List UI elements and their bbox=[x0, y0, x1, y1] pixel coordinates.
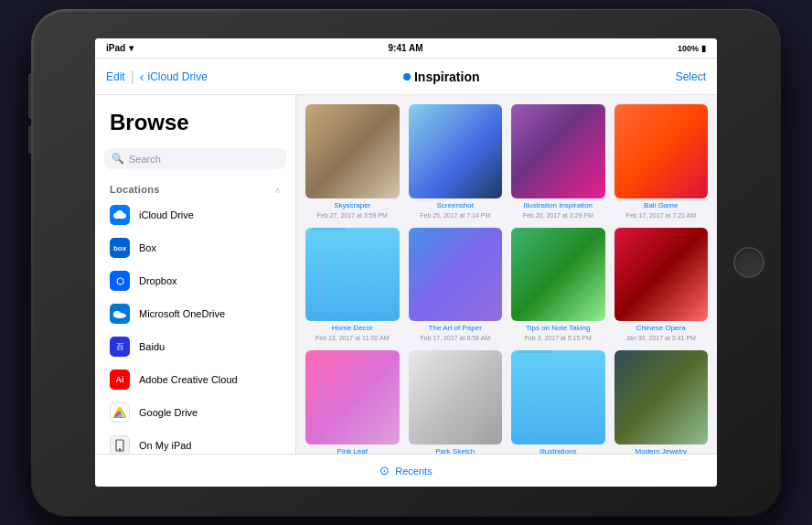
nav-title-area: Inspiration bbox=[403, 70, 480, 84]
sidebar-item-icloud[interactable]: iCloud Drive bbox=[95, 198, 295, 231]
file-thumbnail-skyscraper bbox=[305, 104, 400, 198]
file-thumbnail-modernjewelry bbox=[614, 350, 709, 445]
list-item[interactable]: Park Sketch Jan 21, 2017 at 3:35 PM bbox=[409, 350, 503, 454]
locations-section-header: Locations ∧ bbox=[95, 178, 295, 198]
list-item[interactable]: Skyscraper Feb 27, 2017 at 3:59 PM bbox=[305, 104, 400, 219]
home-button[interactable] bbox=[733, 247, 764, 278]
file-name-illustrations: Illustrations bbox=[540, 447, 576, 455]
file-name-artpaper: The Art of Paper bbox=[429, 324, 482, 332]
edit-button[interactable]: Edit bbox=[106, 70, 125, 83]
recents-icon: ⊙ bbox=[379, 464, 390, 477]
file-date-bali: Feb 17, 2017 at 7:21 AM bbox=[625, 212, 696, 219]
svg-point-1 bbox=[113, 311, 121, 316]
mute-button[interactable] bbox=[28, 73, 31, 91]
volume-up-button[interactable] bbox=[28, 91, 31, 119]
file-thumbnail-artpaper bbox=[409, 228, 503, 322]
back-icon[interactable]: ‹ bbox=[140, 70, 144, 84]
file-date-screenshot: Feb 25, 2017 at 7:14 PM bbox=[420, 212, 490, 219]
select-button[interactable]: Select bbox=[676, 70, 706, 83]
list-item[interactable]: Pink Leaf Jan 28, 2017 at 3:09 PM bbox=[305, 350, 400, 454]
back-label[interactable]: iCloud Drive bbox=[148, 70, 208, 83]
status-time: 9:41 AM bbox=[389, 43, 423, 53]
icloud-icon bbox=[110, 205, 130, 225]
search-bar[interactable]: 🔍 Search bbox=[104, 148, 286, 169]
inspiration-dot bbox=[403, 73, 411, 80]
onedrive-label: Microsoft OneDrive bbox=[139, 308, 225, 319]
file-grid-area: Skyscraper Feb 27, 2017 at 3:59 PM Scree… bbox=[296, 95, 717, 454]
onedrive-icon bbox=[110, 304, 130, 324]
recents-label[interactable]: Recents bbox=[395, 466, 432, 477]
ipad-icon bbox=[110, 435, 130, 454]
list-item[interactable]: Illustration Inspiration Feb 20, 2017 at… bbox=[511, 104, 605, 219]
main-content: Browse 🔍 Search Locations ∧ iCloud Drive bbox=[95, 95, 717, 454]
file-thumbnail-screenshot bbox=[409, 104, 503, 198]
sidebar-item-dropbox[interactable]: ⬡ Dropbox bbox=[95, 264, 295, 297]
file-date-skyscraper: Feb 27, 2017 at 3:59 PM bbox=[317, 212, 388, 219]
file-name-notetaking: Tips on Note Taking bbox=[526, 324, 590, 332]
carrier-label: iPad bbox=[106, 43, 125, 53]
adobe-label: Adobe Creative Cloud bbox=[139, 374, 238, 385]
status-bar: iPad ▾ 9:41 AM 100% ▮ bbox=[95, 38, 717, 59]
icloud-label: iCloud Drive bbox=[139, 209, 194, 220]
file-name-bali: Bali Game bbox=[644, 201, 678, 209]
sidebar-item-ipad[interactable]: On My iPad bbox=[95, 429, 295, 454]
list-item[interactable]: Screenshot Feb 25, 2017 at 7:14 PM bbox=[409, 104, 503, 219]
list-item[interactable]: The Art of Paper Feb 17, 2017 at 8:58 AM bbox=[409, 228, 503, 342]
battery-icon: ▮ bbox=[701, 44, 706, 53]
nav-title: Inspiration bbox=[414, 70, 480, 84]
file-name-illustration: Illustration Inspiration bbox=[523, 201, 593, 209]
baidu-label: Baidu bbox=[139, 341, 165, 352]
list-item[interactable]: Home Decor Feb 13, 2017 at 11:02 AM bbox=[305, 228, 400, 342]
locations-chevron-icon[interactable]: ∧ bbox=[274, 185, 281, 195]
svg-point-7 bbox=[119, 449, 120, 450]
sidebar-item-baidu[interactable]: 百 Baidu bbox=[95, 330, 295, 363]
sidebar-item-adobe[interactable]: Ai Adobe Creative Cloud bbox=[95, 363, 295, 396]
file-name-pinkleaf: Pink Leaf bbox=[337, 447, 368, 455]
file-name-parksketch: Park Sketch bbox=[435, 447, 475, 455]
bottom-bar: ⊙ Recents bbox=[95, 454, 717, 487]
file-name-modernjewelry: Modern Jewelry bbox=[636, 447, 687, 455]
baidu-icon: 百 bbox=[110, 337, 130, 357]
file-thumbnail-homedecor bbox=[305, 228, 400, 322]
file-name-chineseopera: Chinese Opera bbox=[636, 324, 686, 332]
file-name-skyscraper: Skyscraper bbox=[334, 201, 370, 209]
ipad-screen: iPad ▾ 9:41 AM 100% ▮ Edit | ‹ iCloud Dr… bbox=[95, 38, 717, 487]
nav-divider: | bbox=[131, 69, 134, 85]
ipad-device: iPad ▾ 9:41 AM 100% ▮ Edit | ‹ iCloud Dr… bbox=[31, 9, 781, 517]
list-item[interactable]: Illustrations Jan 17, 2017 at 1:35 PM bbox=[511, 350, 605, 454]
sidebar-title: Browse bbox=[95, 95, 295, 143]
adobe-icon: Ai bbox=[110, 370, 130, 390]
file-name-screenshot: Screenshot bbox=[437, 201, 474, 209]
list-item[interactable]: Chinese Opera Jan 30, 2017 at 3:41 PM bbox=[614, 228, 709, 342]
file-thumbnail-pinkleaf bbox=[305, 350, 400, 445]
volume-down-button[interactable] bbox=[28, 126, 31, 154]
sidebar-item-box[interactable]: box Box bbox=[95, 231, 295, 264]
file-grid: Skyscraper Feb 27, 2017 at 3:59 PM Scree… bbox=[305, 104, 708, 454]
sidebar-item-gdrive[interactable]: Google Drive bbox=[95, 396, 295, 429]
list-item[interactable]: Tips on Note Taking Feb 3, 2017 at 5:15 … bbox=[511, 228, 605, 342]
box-label: Box bbox=[139, 242, 156, 253]
file-thumbnail-bali bbox=[614, 104, 709, 198]
gdrive-icon bbox=[110, 402, 130, 423]
box-icon: box bbox=[110, 238, 130, 258]
file-date-homedecor: Feb 13, 2017 at 11:02 AM bbox=[315, 335, 390, 341]
locations-label: Locations bbox=[110, 184, 160, 195]
file-date-notetaking: Feb 3, 2017 at 5:15 PM bbox=[525, 335, 592, 341]
dropbox-label: Dropbox bbox=[139, 275, 177, 286]
file-thumbnail-illustration bbox=[511, 104, 605, 198]
file-thumbnail-parksketch bbox=[409, 350, 503, 445]
file-date-illustration: Feb 20, 2017 at 3:29 PM bbox=[523, 212, 593, 219]
nav-left-controls: Edit | ‹ iCloud Drive bbox=[106, 69, 208, 85]
dropbox-icon: ⬡ bbox=[110, 271, 130, 291]
file-date-chineseopera: Jan 30, 2017 at 3:41 PM bbox=[626, 335, 696, 341]
sidebar-item-onedrive[interactable]: Microsoft OneDrive bbox=[95, 297, 295, 330]
wifi-icon: ▾ bbox=[129, 43, 134, 53]
battery-percent: 100% bbox=[678, 44, 699, 53]
list-item[interactable]: Bali Game Feb 17, 2017 at 7:21 AM bbox=[614, 104, 709, 219]
file-thumbnail-notetaking bbox=[511, 228, 605, 322]
sidebar: Browse 🔍 Search Locations ∧ iCloud Drive bbox=[95, 95, 296, 454]
list-item[interactable]: Modern Jewelry Jan 14, 2017 at 9:02 AM bbox=[614, 350, 709, 454]
navigation-bar: Edit | ‹ iCloud Drive Inspiration Select bbox=[95, 59, 717, 95]
search-icon: 🔍 bbox=[112, 153, 124, 165]
status-right: 100% ▮ bbox=[678, 44, 706, 53]
